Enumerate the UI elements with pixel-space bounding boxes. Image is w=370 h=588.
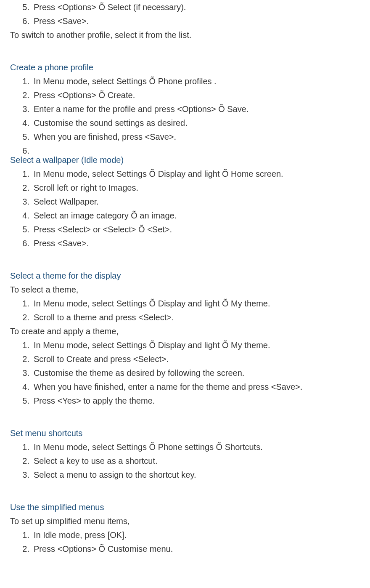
item-text: In Menu mode, select Settings Õ Display … [34,341,270,350]
intro-paragraph: To switch to another profile, select it … [10,29,360,42]
list-item: 6.Press <Save>. [10,15,360,28]
section-heading: Create a phone profile [10,61,360,74]
list-item: 2.Select a key to use as a shortcut. [10,455,360,468]
section-list: 1.In Menu mode, select Settings Õ Displa… [10,339,360,407]
section-list: 1.In Idle mode, press [OK].2.Press <Opti… [10,529,360,556]
item-text: When you are finished, press <Save>. [34,132,176,141]
list-item: 3.Select a menu to assign to the shortcu… [10,468,360,482]
list-item: 4.When you have finished, enter a name f… [10,380,360,394]
document-body: 5.Press <Options> Õ Select (if necessary… [10,1,360,556]
item-text: Press <Save>. [34,239,89,248]
item-text: Press <Yes> to apply the theme. [34,396,155,405]
item-text: Scroll left or right to Images. [34,183,138,192]
item-number: 1. [18,297,29,310]
item-number: 4. [18,209,29,222]
list-item: 5.Press <Options> Õ Select (if necessary… [10,1,360,14]
list-item: 1.In Menu mode, select Settings Õ Phone … [10,75,360,88]
item-text: Press <Select> or <Select> Õ <Set>. [34,225,172,234]
list-item: 2.Scroll left or right to Images. [10,181,360,194]
section-heading: Select a wallpaper (Idle mode) [10,154,360,167]
item-number: 5. [18,1,29,14]
section-paragraph: To create and apply a theme, [10,325,360,338]
item-number: 2. [18,353,29,366]
item-text: In Menu mode, select Settings Õ Phone pr… [34,77,217,86]
list-item: 2.Scroll to Create and press <Select>. [10,353,360,366]
item-text: Customise the theme as desired by follow… [34,368,244,378]
list-item: 1.In Menu mode, select Settings Õ Displa… [10,297,360,310]
section-list: 1.In Menu mode, select Settings Õ Displa… [10,168,360,250]
item-text: Press <Options> Õ Customise menu. [34,544,173,553]
item-number: 5. [18,394,29,407]
item-number: 4. [18,380,29,394]
list-item: 5.Press <Yes> to apply the theme. [10,394,360,407]
item-text: Select Wallpaper. [34,197,99,206]
list-item: 5.When you are finished, press <Save>. [10,130,360,144]
item-number: 2. [18,89,29,102]
item-text: In Idle mode, press [OK]. [34,530,127,540]
intro-list: 5.Press <Options> Õ Select (if necessary… [10,1,360,28]
item-number: 6. [18,15,29,28]
list-item: 2.Press <Options> Õ Create. [10,89,360,102]
item-text: Customise the sound settings as desired. [34,118,188,128]
item-text: When you have finished, enter a name for… [34,382,302,391]
item-number: 2. [18,455,29,468]
item-number: 3. [18,195,29,208]
item-text: Scroll to Create and press <Select>. [34,354,169,364]
spacer [10,43,360,51]
section-heading: Set menu shortcuts [10,427,360,440]
item-number: 1. [18,168,29,181]
item-text: Enter a name for the profile and press <… [34,104,248,114]
section-list: 1.In Menu mode, select Settings Õ Phone … [10,75,360,144]
item-number: 2. [18,181,29,194]
item-text: Press <Options> Õ Select (if necessary). [34,3,186,12]
item-number: 3. [18,367,29,380]
list-item: 1.In Menu mode, select Settings Õ Phone … [10,441,360,454]
list-item: 3.Select Wallpaper. [10,195,360,208]
section-paragraph: To set up simplified menu items, [10,515,360,528]
list-item: 3.Customise the theme as desired by foll… [10,367,360,380]
item-text: In Menu mode, select Settings Õ Phone se… [34,442,263,452]
section-paragraph: To select a theme, [10,283,360,296]
item-number: 1. [18,529,29,542]
item-number: 3. [18,468,29,482]
spacer [10,408,360,417]
spacer [10,482,360,491]
item-number: 6. [18,237,29,250]
item-text: Press <Save>. [34,16,89,26]
item-number: 5. [18,223,29,236]
item-text: Select a key to use as a shortcut. [34,456,158,466]
list-item: 6.Press <Save>. [10,237,360,250]
item-number: 5. [18,130,29,144]
item-text: Scroll to a theme and press <Select>. [34,313,174,322]
list-item: 2.Press <Options> Õ Customise menu. [10,543,360,556]
section-heading: Use the simplified menus [10,501,360,514]
list-item: 2.Scroll to a theme and press <Select>. [10,311,360,324]
section-list: 1.In Menu mode, select Settings Õ Phone … [10,441,360,482]
item-text: Press <Options> Õ Create. [34,90,135,100]
item-number: 3. [18,103,29,116]
item-number: 2. [18,311,29,324]
section-heading: Select a theme for the display [10,269,360,282]
list-item: 1.In Menu mode, select Settings Õ Displa… [10,168,360,181]
section-list: 1.In Menu mode, select Settings Õ Displa… [10,297,360,324]
item-number: 1. [18,339,29,352]
item-text: In Menu mode, select Settings Õ Display … [34,299,270,308]
list-item: 1.In Menu mode, select Settings Õ Displa… [10,339,360,352]
list-item: 4.Customise the sound settings as desire… [10,117,360,130]
item-number: 2. [18,543,29,556]
item-text: Select an image category Õ an image. [34,211,177,220]
list-item: 5.Press <Select> or <Select> Õ <Set>. [10,223,360,236]
item-number: 4. [18,117,29,130]
list-item: 4.Select an image category Õ an image. [10,209,360,222]
item-number: 6. [18,144,29,157]
list-item: 1.In Idle mode, press [OK]. [10,529,360,542]
item-number: 1. [18,441,29,454]
spacer [10,251,360,259]
item-text: In Menu mode, select Settings Õ Display … [34,169,283,178]
list-item: 3.Enter a name for the profile and press… [10,103,360,116]
item-number: 1. [18,75,29,88]
item-text: Select a menu to assign to the shortcut … [34,470,196,479]
